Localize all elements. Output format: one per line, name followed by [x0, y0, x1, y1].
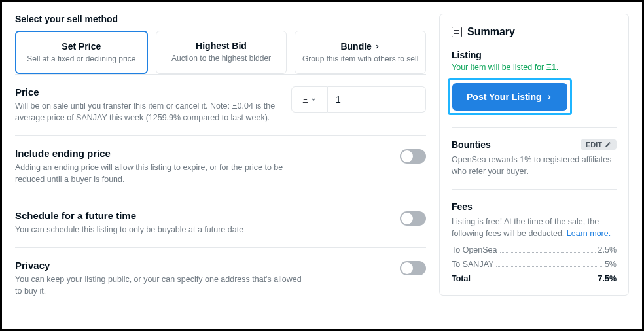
method-sub: Sell at a fixed or declining price: [23, 54, 140, 63]
privacy-desc: You can keep your listing public, or you…: [15, 273, 303, 297]
fee-label: To OpenSea: [452, 245, 497, 254]
bounties-edit-button[interactable]: EDIT: [581, 139, 617, 150]
ending-price-desc: Adding an ending price will allow this l…: [15, 162, 303, 185]
ending-price-toggle[interactable]: [400, 149, 426, 164]
privacy-section: Privacy You can keep your listing public…: [15, 247, 426, 309]
fee-label: To SANJAY: [452, 260, 493, 269]
chevron-down-icon: [310, 96, 317, 103]
schedule-desc: You can schedule this listing to only be…: [15, 224, 303, 235]
price-input[interactable]: [328, 86, 426, 113]
price-title: Price: [15, 86, 279, 97]
method-title: Highest Bid: [163, 41, 280, 51]
post-listing-button[interactable]: Post Your Listing: [452, 83, 567, 111]
method-sub: Auction to the highest bidder: [163, 54, 280, 63]
post-listing-highlight: Post Your Listing: [448, 78, 572, 115]
fee-dots: [473, 281, 596, 281]
fees-label: Fees: [452, 201, 617, 212]
method-set-price[interactable]: Set Price Sell at a fixed or declining p…: [15, 31, 148, 74]
currency-select[interactable]: Ξ: [291, 86, 328, 113]
fee-row-sanjay: To SANJAY 5%: [452, 260, 617, 269]
learn-more-link[interactable]: Learn more.: [567, 229, 611, 238]
price-desc: Will be on sale until you transfer this …: [15, 100, 279, 124]
edit-label: EDIT: [586, 141, 602, 148]
fee-value: 7.5%: [598, 274, 617, 283]
listing-text: Your item will be listed for Ξ1.: [452, 63, 617, 72]
sell-method-cards: Set Price Sell at a fixed or declining p…: [15, 31, 426, 74]
bounties-header: Bounties EDIT: [452, 139, 617, 150]
currency-symbol: Ξ: [302, 95, 308, 105]
summary-title: Summary: [467, 26, 515, 38]
bundle-label: Bundle: [340, 41, 371, 52]
bounties-label: Bounties: [452, 139, 491, 150]
method-title: Set Price: [23, 41, 140, 52]
listing-suffix: .: [556, 63, 558, 72]
pencil-icon: [605, 141, 611, 148]
summary-icon: [452, 27, 462, 37]
summary-header: Summary: [452, 26, 617, 38]
chevron-right-icon: [546, 94, 553, 101]
summary-panel: Summary Listing Your item will be listed…: [439, 14, 629, 296]
method-bundle[interactable]: Bundle Group this item with others to se…: [295, 31, 426, 74]
privacy-title: Privacy: [15, 260, 388, 271]
fee-value: 5%: [605, 260, 617, 269]
fee-dots: [500, 252, 596, 253]
schedule-section: Schedule for a future time You can sched…: [15, 198, 426, 247]
price-section: Price Will be on sale until you transfer…: [15, 74, 426, 135]
fee-label: Total: [452, 274, 471, 283]
price-control: Ξ: [291, 86, 426, 113]
divider: [452, 127, 617, 128]
divider: [452, 189, 617, 190]
post-listing-label: Post Your Listing: [467, 92, 542, 102]
schedule-toggle[interactable]: [400, 211, 426, 226]
fee-row-total: Total 7.5%: [452, 274, 617, 283]
ending-price-section: Include ending price Adding an ending pr…: [15, 135, 426, 197]
listing-label: Listing: [452, 50, 617, 60]
listing-value: Ξ1: [546, 63, 556, 72]
privacy-toggle[interactable]: [400, 261, 426, 275]
listing-prefix: Your item will be listed for: [452, 63, 546, 72]
ending-price-title: Include ending price: [15, 148, 388, 159]
bounties-desc: OpenSea rewards 1% to registered affilia…: [452, 154, 617, 177]
fee-value: 2.5%: [598, 245, 617, 254]
schedule-title: Schedule for a future time: [15, 210, 388, 221]
fees-desc: Listing is free! At the time of the sale…: [452, 216, 617, 239]
method-highest-bid[interactable]: Highest Bid Auction to the highest bidde…: [156, 31, 287, 74]
method-title: Bundle: [340, 41, 380, 52]
sell-method-heading: Select your sell method: [15, 14, 426, 24]
chevron-right-icon: [374, 44, 380, 50]
method-sub: Group this item with others to sell: [302, 54, 419, 63]
fee-dots: [496, 266, 602, 267]
fee-row-opensea: To OpenSea 2.5%: [452, 245, 617, 254]
